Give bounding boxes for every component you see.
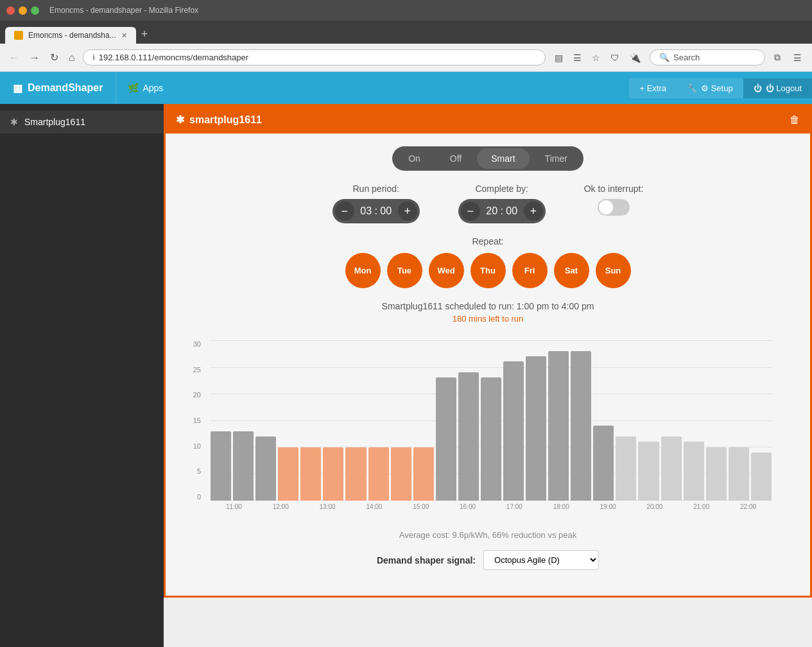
setup-btn[interactable]: 🔧 ⚙ Setup: [677, 78, 743, 98]
mode-timer-btn[interactable]: Timer: [531, 148, 582, 169]
reload-btn[interactable]: ↻: [48, 49, 61, 66]
addon-btn[interactable]: 🔌: [626, 50, 644, 65]
url-bar[interactable]: ℹ 192.168.0.111/emoncms/demandshaper: [83, 49, 546, 65]
chart-bar: [684, 442, 704, 501]
bookmark-btn[interactable]: ☆: [588, 50, 604, 65]
mode-off-btn[interactable]: Off: [436, 148, 476, 169]
signal-select[interactable]: Octopus Agile (D): [483, 550, 599, 570]
chart-bars: [211, 340, 772, 501]
apps-nav-label: Apps: [143, 83, 163, 93]
lock-icon: ℹ: [92, 53, 95, 62]
extra-btn[interactable]: + Extra: [629, 78, 677, 98]
chart-bar: [391, 447, 411, 501]
app-nav: 🌿 Apps: [116, 72, 629, 104]
chart-bar: [345, 447, 366, 501]
repeat-label: Repeat:: [178, 236, 797, 246]
day-tue-btn[interactable]: Tue: [387, 253, 422, 288]
chart-bar: [548, 351, 569, 501]
overflow-btn[interactable]: ☰: [790, 50, 806, 65]
reader-mode-btn[interactable]: ▤: [551, 50, 567, 65]
chart-bar: [458, 372, 479, 501]
home-btn[interactable]: ⌂: [66, 49, 78, 66]
toggle-slider: [598, 199, 630, 216]
chart-x-label: 12:00: [257, 503, 304, 510]
device-name: smartplug1611: [189, 114, 262, 126]
day-sun-btn[interactable]: Sun: [596, 253, 631, 288]
maximize-window-btn[interactable]: [31, 6, 39, 15]
mode-toggle-group: On Off Smart Timer: [178, 146, 797, 171]
day-fri-btn[interactable]: Fri: [512, 253, 548, 288]
search-bar[interactable]: 🔍 Search: [650, 49, 765, 65]
power-icon: ⏻: [754, 83, 762, 93]
active-tab[interactable]: Emoncms - demandsha... ✕: [5, 27, 136, 44]
chart-x-label: 21:00: [678, 503, 725, 510]
chart-bar: [255, 436, 276, 501]
shield-btn[interactable]: 🛡: [607, 50, 623, 65]
device-delete-btn[interactable]: 🗑: [790, 114, 800, 126]
run-period-spinner: − 03 : 00 +: [333, 199, 420, 223]
sidebar-item-smartplug[interactable]: ✱ Smartplug1611: [0, 110, 164, 134]
search-icon: 🔍: [659, 53, 669, 62]
wrench-icon: 🔧: [687, 83, 697, 93]
day-wed-btn[interactable]: Wed: [429, 253, 464, 288]
browser-titlebar: Emoncms - demandshaper - Mozilla Firefox: [0, 0, 812, 21]
chart-bar: [278, 447, 298, 501]
day-mon-btn[interactable]: Mon: [345, 253, 381, 288]
chart-bar: [413, 447, 434, 501]
chart-x-label: 17:00: [491, 503, 538, 510]
plug-icon: ✱: [10, 117, 18, 127]
run-period-dec-btn[interactable]: −: [335, 202, 354, 221]
run-period-inc-btn[interactable]: +: [398, 202, 417, 221]
app-header: ▦ DemandShaper 🌿 Apps + Extra 🔧 ⚙ Setup …: [0, 72, 812, 104]
plug-device-icon: ✱: [176, 114, 184, 126]
sidebar: ✱ Smartplug1611: [0, 104, 164, 647]
forward-btn[interactable]: →: [27, 49, 42, 66]
sidebar-toggle-btn[interactable]: ⧉: [770, 49, 784, 65]
menu-btn[interactable]: ☰: [569, 50, 585, 65]
brand-label: DemandShaper: [28, 82, 103, 94]
apps-nav-item[interactable]: 🌿 Apps: [116, 72, 175, 104]
schedule-info: Smartplug1611 scheduled to run: 1:00 pm …: [178, 301, 797, 324]
schedule-main-text: Smartplug1611 scheduled to run: 1:00 pm …: [178, 301, 797, 311]
complete-by-spinner: − 20 : 00 +: [458, 199, 546, 223]
run-period-group: Run period: − 03 : 00 +: [333, 184, 420, 223]
signal-row: Demand shaper signal: Octopus Agile (D): [178, 550, 797, 570]
device-header: ✱ smartplug1611 🗑: [166, 106, 810, 134]
complete-by-inc-btn[interactable]: +: [524, 202, 543, 221]
new-tab-btn[interactable]: +: [136, 25, 153, 44]
device-body: On Off Smart Timer Run period: − 03 : 00: [166, 134, 810, 596]
day-sat-btn[interactable]: Sat: [554, 253, 589, 288]
controls-row: Run period: − 03 : 00 + Complete by: − 2…: [178, 184, 797, 223]
chart-bar: [729, 447, 749, 501]
tab-label: Emoncms - demandsha...: [28, 31, 116, 40]
complete-by-dec-btn[interactable]: −: [461, 202, 480, 221]
chart-x-label: 14:00: [350, 503, 397, 510]
content-area: ✱ smartplug1611 🗑 On Off Smart Timer: [164, 104, 812, 647]
tab-close-btn[interactable]: ✕: [121, 31, 127, 40]
back-btn[interactable]: ←: [6, 49, 22, 66]
minimize-window-btn[interactable]: [19, 6, 27, 15]
chart-x-label: 16:00: [444, 503, 491, 510]
chart-x-label: 19:00: [585, 503, 632, 510]
nav-icons: ▤ ☰ ☆ 🛡 🔌: [551, 50, 644, 65]
app-brand[interactable]: ▦ DemandShaper: [0, 72, 116, 104]
browser-title: Emoncms - demandshaper - Mozilla Firefox: [49, 6, 198, 15]
header-right: + Extra 🔧 ⚙ Setup ⏻ ⏻ Logout: [629, 78, 812, 98]
close-window-btn[interactable]: [6, 6, 15, 15]
chart-bar: [436, 377, 456, 501]
logout-btn[interactable]: ⏻ ⏻ Logout: [743, 78, 812, 98]
ok-to-interrupt-label: Ok to interrupt:: [584, 184, 644, 194]
day-thu-btn[interactable]: Thu: [471, 253, 506, 288]
chart-x-axis: 11:0012:0013:0014:0015:0016:0017:0018:00…: [211, 503, 772, 510]
chart-bar: [233, 431, 254, 501]
chart-bar: [211, 431, 231, 501]
chart-bar: [638, 442, 659, 501]
chart-container: 0 5 10 15 20 25 30: [178, 334, 797, 526]
ok-to-interrupt-toggle[interactable]: [598, 199, 630, 216]
sidebar-item-label: Smartplug1611: [24, 117, 85, 127]
chart-bar: [593, 426, 614, 501]
complete-by-group: Complete by: − 20 : 00 +: [458, 184, 546, 223]
device-title: ✱ smartplug1611: [176, 114, 262, 126]
mode-smart-btn[interactable]: Smart: [477, 148, 529, 169]
mode-on-btn[interactable]: On: [394, 148, 435, 169]
